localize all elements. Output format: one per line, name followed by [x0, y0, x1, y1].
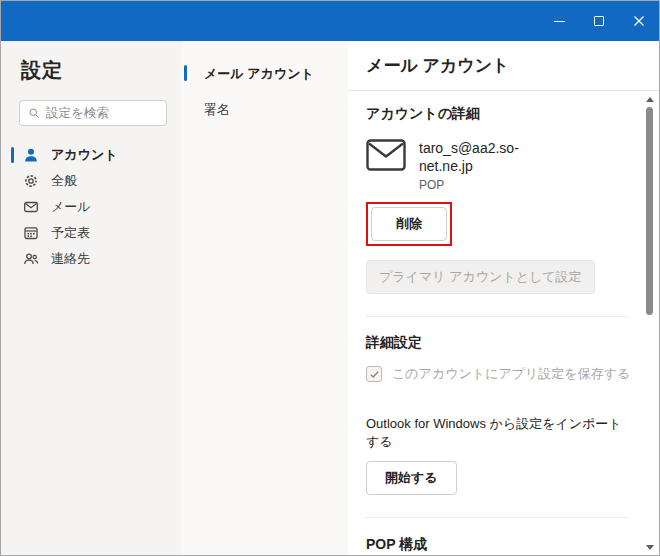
main-header: メール アカウント: [348, 41, 659, 91]
delete-account-button[interactable]: 削除: [371, 207, 447, 241]
minimize-icon: [554, 21, 565, 22]
close-button[interactable]: [619, 1, 659, 41]
main-panel: メール アカウント アカウントの詳細 taro_s@aa2.so-net.ne.…: [348, 41, 659, 556]
sidebar-item-mail[interactable]: メール: [1, 194, 181, 220]
annotation-highlight-box: 削除: [366, 202, 452, 246]
scrollbar[interactable]: [644, 97, 656, 550]
account-email: taro_s@aa2.so-net.ne.jp: [419, 139, 537, 175]
calendar-icon: [22, 225, 39, 242]
contacts-icon: [22, 251, 39, 268]
sidebar-item-general[interactable]: 全般: [1, 168, 181, 194]
scrollbar-thumb[interactable]: [646, 107, 653, 315]
person-icon: [22, 147, 39, 164]
account-details-heading: アカウントの詳細: [366, 105, 633, 123]
settings-title: 設定: [1, 57, 181, 84]
settings-search[interactable]: [19, 100, 167, 126]
subnav-item-label: メール アカウント: [204, 66, 314, 81]
selected-accent-bar: [184, 65, 187, 81]
section-divider: [366, 316, 629, 317]
account-info: taro_s@aa2.so-net.ne.jp POP: [419, 139, 537, 192]
import-settings-text: Outlook for Windows から設定をインポートする: [366, 415, 633, 451]
main-content: アカウントの詳細 taro_s@aa2.so-net.ne.jp POP 削除: [348, 91, 659, 556]
sidebar-item-label: 予定表: [51, 224, 90, 242]
save-app-settings-label: このアカウントにアプリ設定を保存する: [392, 365, 630, 383]
account-row: taro_s@aa2.so-net.ne.jp POP: [366, 139, 633, 192]
settings-sidebar: 設定 アカウント: [1, 41, 181, 556]
sidebar-item-label: メール: [51, 198, 91, 216]
account-protocol: POP: [419, 178, 537, 192]
search-input[interactable]: [46, 106, 158, 120]
sidebar-item-label: 全般: [51, 172, 77, 190]
checkmark-icon: [369, 369, 380, 380]
search-icon: [28, 106, 40, 120]
sidebar-item-contacts[interactable]: 連絡先: [1, 246, 181, 272]
save-app-settings-checkbox: [366, 366, 382, 382]
sidebar-item-label: 連絡先: [51, 250, 90, 268]
subnav-item-label: 署名: [204, 102, 230, 117]
mail-icon: [22, 199, 39, 216]
maximize-button[interactable]: [579, 1, 619, 41]
titlebar: [1, 1, 659, 41]
pop-config-heading: POP 構成: [366, 536, 633, 554]
gear-icon: [22, 173, 39, 190]
subnav-item-signature[interactable]: 署名: [181, 97, 348, 123]
maximize-icon: [594, 16, 604, 26]
section-divider: [366, 517, 629, 518]
sidebar-item-label: アカウント: [51, 146, 118, 164]
close-icon: [633, 15, 645, 27]
save-app-settings-row: このアカウントにアプリ設定を保存する: [366, 365, 633, 383]
selected-accent-bar: [11, 147, 14, 163]
advanced-settings-heading: 詳細設定: [366, 334, 633, 352]
minimize-button[interactable]: [539, 1, 579, 41]
scroll-up-icon[interactable]: [646, 97, 654, 102]
sidebar-item-account[interactable]: アカウント: [1, 142, 181, 168]
envelope-icon: [366, 139, 406, 171]
scroll-down-icon[interactable]: [646, 545, 654, 550]
page-title: メール アカウント: [366, 54, 510, 77]
sidebar-item-calendar[interactable]: 予定表: [1, 220, 181, 246]
subnav-column: メール アカウント 署名: [181, 41, 348, 556]
settings-window: 設定 アカウント: [0, 0, 660, 556]
set-primary-account-button: プライマリ アカウントとして設定: [366, 260, 595, 294]
start-import-button[interactable]: 開始する: [366, 461, 457, 495]
sidebar-nav: アカウント 全般: [1, 142, 181, 272]
subnav-item-mail-accounts[interactable]: メール アカウント: [181, 61, 348, 87]
